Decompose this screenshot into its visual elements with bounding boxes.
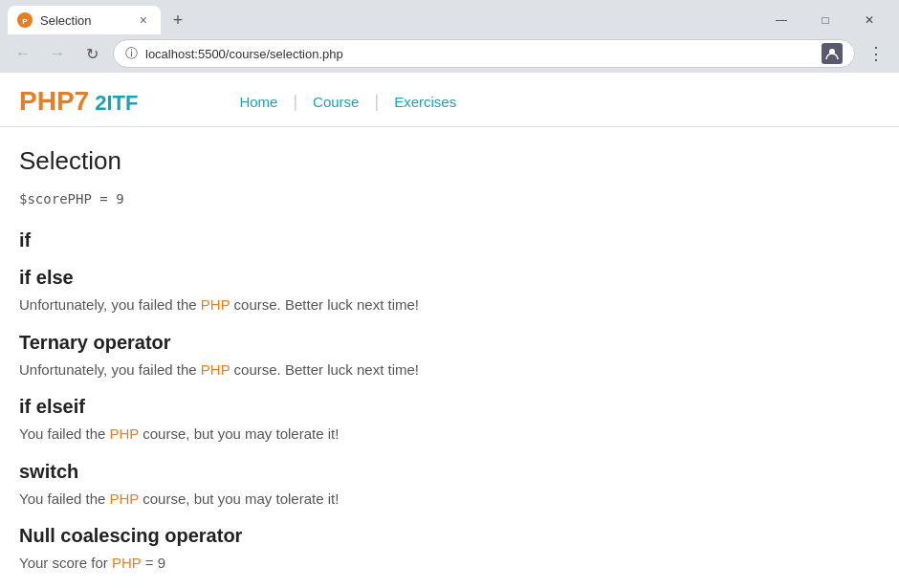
section-ternary-text: Unfortunately, you failed the PHP course… xyxy=(19,359,880,381)
main-content: Selection $scorePHP = 9 if if else Unfor… xyxy=(0,127,899,588)
section-switch-title: switch xyxy=(19,461,880,483)
close-button[interactable]: ✕ xyxy=(847,6,891,34)
refresh-button[interactable]: ↻ xyxy=(78,40,105,67)
nav-course[interactable]: Course xyxy=(297,94,374,110)
section-ternary-title: Ternary operator xyxy=(19,332,880,354)
nav-exercises[interactable]: Exercises xyxy=(379,94,471,110)
section-switch-text: You failed the PHP course, but you may t… xyxy=(19,489,880,511)
section-ternary: Ternary operator Unfortunately, you fail… xyxy=(19,332,880,381)
logo-2itf: 2ITF xyxy=(95,91,138,116)
profile-icon xyxy=(822,43,843,64)
lock-icon: ⓘ xyxy=(125,45,138,62)
section-switch: switch You failed the PHP course, but yo… xyxy=(19,461,880,511)
text-part-10: = 9 xyxy=(142,555,165,571)
section-if-elseif: if elseif You failed the PHP course, but… xyxy=(19,396,880,446)
section-null-coalescing: Null coalescing operator Your score for … xyxy=(19,525,880,575)
text-part-3: Unfortunately, you failed the xyxy=(19,361,201,378)
url-bar[interactable]: ⓘ localhost:5500/course/selection.php xyxy=(113,39,855,68)
url-text: localhost:5500/course/selection.php xyxy=(145,47,814,61)
logo-php7: PHP7 xyxy=(19,86,89,117)
text-part-6: course, but you may tolerate it! xyxy=(139,425,339,442)
text-php-1: PHP xyxy=(201,296,230,313)
text-part-2: course. Better luck next time! xyxy=(230,296,419,313)
window-controls: — □ ✕ xyxy=(759,6,891,34)
nav-home[interactable]: Home xyxy=(224,94,293,110)
text-part-9: Your score for xyxy=(19,555,112,571)
section-null-coalescing-text: Your score for PHP = 9 xyxy=(19,553,880,575)
text-part-1: Unfortunately, you failed the xyxy=(19,296,201,313)
section-if-else-title: if else xyxy=(19,267,880,289)
minimize-button[interactable]: — xyxy=(759,6,803,34)
text-part-7: You failed the xyxy=(19,490,110,507)
page-title: Selection xyxy=(19,146,880,176)
site-logo: PHP7 2ITF xyxy=(19,86,138,117)
section-if-elseif-title: if elseif xyxy=(19,396,880,418)
more-options-button[interactable]: ⋮ xyxy=(863,40,889,67)
back-button[interactable]: ← xyxy=(10,40,36,67)
tab-bar: P Selection × + xyxy=(8,6,752,34)
forward-button[interactable]: → xyxy=(44,40,71,67)
section-if-else-text: Unfortunately, you failed the PHP course… xyxy=(19,294,880,316)
browser-chrome: P Selection × + — □ ✕ ← → ↻ ⓘ localhost:… xyxy=(0,0,899,73)
text-php-2: PHP xyxy=(201,361,230,378)
section-null-coalescing-title: Null coalescing operator xyxy=(19,525,880,547)
section-if-else: if else Unfortunately, you failed the PH… xyxy=(19,267,880,316)
address-bar: ← → ↻ ⓘ localhost:5500/course/selection.… xyxy=(0,34,899,73)
maximize-button[interactable]: □ xyxy=(803,6,847,34)
site-nav: Home | Course | Exercises xyxy=(224,92,471,112)
text-php-4: PHP xyxy=(110,490,140,507)
tab-favicon: P xyxy=(17,12,33,28)
new-tab-button[interactable]: + xyxy=(164,7,191,33)
title-bar: P Selection × + — □ ✕ xyxy=(0,0,899,34)
page-content: PHP7 2ITF Home | Course | Exercises Sele… xyxy=(0,73,899,588)
active-tab[interactable]: P Selection × xyxy=(8,6,161,34)
section-if: if xyxy=(19,229,880,251)
text-php-5: PHP xyxy=(112,555,142,571)
section-if-elseif-text: You failed the PHP course, but you may t… xyxy=(19,424,880,446)
text-part-8: course, but you may tolerate it! xyxy=(139,490,339,507)
text-part-4: course. Better luck next time! xyxy=(230,361,419,378)
site-header: PHP7 2ITF Home | Course | Exercises xyxy=(0,73,899,127)
text-part-5: You failed the xyxy=(19,425,110,442)
section-if-title: if xyxy=(19,229,880,251)
tab-close-button[interactable]: × xyxy=(136,11,151,30)
text-php-3: PHP xyxy=(110,425,140,442)
score-line: $scorePHP = 9 xyxy=(19,191,880,207)
tab-title: Selection xyxy=(40,13,128,28)
svg-text:P: P xyxy=(22,17,28,26)
